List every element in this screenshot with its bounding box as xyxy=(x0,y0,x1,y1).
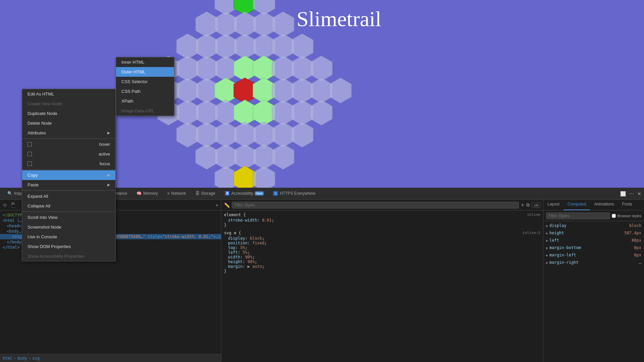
tab-fonts[interactable]: Fonts xyxy=(618,200,636,210)
menu-item-copy[interactable]: Copy ▶ xyxy=(22,170,115,180)
computed-prop-display: ▶ display block xyxy=(546,223,641,228)
styles-rule-svg: svg ⚙ { inline:3 display: block; positio… xyxy=(224,231,540,274)
menu-item-hover[interactable]: hover xyxy=(22,139,115,149)
add-node-icon[interactable]: + xyxy=(216,202,218,208)
submenu-item-inner-html[interactable]: Inner HTML xyxy=(116,57,174,67)
tab-layout[interactable]: Layout xyxy=(543,200,564,210)
computed-prop-margin-left: ▶ margin-left 0px xyxy=(546,253,641,257)
styles-toolbar: ✏️ + ⧉ .cls xyxy=(221,200,543,210)
attributes-arrow-icon: ▶ xyxy=(107,131,110,135)
breadcrumb-html[interactable]: html xyxy=(3,356,12,361)
computed-tabs: Layout Computed Animations Fonts xyxy=(543,200,644,210)
menu-item-create-new-node: Create New Node xyxy=(22,99,115,109)
margin-bottom-expand-icon[interactable]: ▶ xyxy=(546,246,548,250)
computed-prop-left: ▶ left 88px xyxy=(546,238,641,243)
computed-prop-margin-right: ▶ margin-right … xyxy=(546,260,641,265)
computed-prop-margin-bottom: ▶ margin-bottom 0px xyxy=(546,245,641,250)
accessibility-new-badge: New xyxy=(255,191,264,195)
submenu-item-outer-html[interactable]: Outer HTML xyxy=(116,67,174,77)
inspector-icon: 🔍 xyxy=(7,191,12,196)
network-icon: ≡ xyxy=(167,191,170,196)
memory-icon: 🧠 xyxy=(137,191,142,196)
tab-https-everywhere[interactable]: S HTTPS Everywhere xyxy=(268,189,320,198)
menu-item-edit-as-html[interactable]: Edit As HTML xyxy=(22,89,115,99)
tab-accessibility[interactable]: ♿ Accessibility New xyxy=(220,189,268,198)
browser-styles-checkbox[interactable] xyxy=(612,214,616,218)
computed-panel: Layout Computed Animations Fonts Browser… xyxy=(543,200,644,362)
undock-icon[interactable]: ⬜ xyxy=(620,191,626,196)
menu-item-focus[interactable]: focus xyxy=(22,159,115,169)
margin-right-expand-icon[interactable]: ▶ xyxy=(546,261,548,264)
tab-animations[interactable]: Animations xyxy=(590,200,618,210)
browser-styles-label: Browser styles xyxy=(612,214,641,218)
menu-item-delete-node[interactable]: Delete Node xyxy=(22,118,115,128)
styles-rule-element: element { inline stroke-width: 0.01; } xyxy=(224,213,540,227)
left-expand-icon[interactable]: ▶ xyxy=(546,239,548,242)
menu-item-show-dom-properties[interactable]: Show DOM Properties xyxy=(22,242,115,251)
copy-submenu: Inner HTML Outer HTML CSS Selector CSS P… xyxy=(116,57,174,116)
https-everywhere-icon: S xyxy=(273,191,278,196)
context-menu: Edit As HTML Create New Node Duplicate N… xyxy=(22,89,116,261)
submenu-item-css-selector[interactable]: CSS Selector xyxy=(116,77,174,86)
height-expand-icon[interactable]: ▶ xyxy=(546,231,548,235)
menu-item-show-accessibility-properties: Show Accessibility Properties xyxy=(22,251,115,261)
menu-item-use-in-console[interactable]: Use in Console xyxy=(22,232,115,242)
menu-item-expand-all[interactable]: Expand All xyxy=(22,191,115,201)
add-style-icon[interactable]: + xyxy=(521,202,524,208)
margin-left-expand-icon[interactable]: ▶ xyxy=(546,253,548,257)
menu-item-duplicate-node[interactable]: Duplicate Node xyxy=(22,109,115,118)
pencil-icon[interactable]: ✏️ xyxy=(224,202,230,208)
focus-checkbox[interactable] xyxy=(28,162,32,166)
submenu-item-css-path[interactable]: CSS Path xyxy=(116,86,174,96)
accessibility-icon: ♿ xyxy=(225,191,230,196)
more-options-icon[interactable]: ⋯ xyxy=(629,191,634,196)
menu-item-scroll-into-view[interactable]: Scroll Into View xyxy=(22,213,115,222)
computed-toolbar: Browser styles xyxy=(543,210,644,221)
menu-item-attributes[interactable]: Attributes ▶ xyxy=(22,128,115,138)
devtools-right-icons: ⬜ ⋯ ✕ xyxy=(620,191,641,196)
tab-computed[interactable]: Computed xyxy=(564,200,590,210)
display-expand-icon[interactable]: ▶ xyxy=(546,224,548,228)
filter-styles-input[interactable] xyxy=(232,202,519,208)
menu-item-screenshot-node[interactable]: Screenshot Node xyxy=(22,222,115,232)
styles-panel: ✏️ + ⧉ .cls element { inline stroke-widt… xyxy=(221,200,543,362)
hex-grid: // Will generate via inline script below xyxy=(266,7,501,181)
computed-prop-height: ▶ height 587.4px xyxy=(546,231,641,235)
tab-network[interactable]: ≡ Network xyxy=(163,189,191,198)
menu-item-collapse-all[interactable]: Collapse All xyxy=(22,201,115,211)
copy-style-icon[interactable]: ⧉ xyxy=(526,202,530,208)
cls-button[interactable]: .cls xyxy=(532,202,541,208)
dom-breadcrumb: html › body › svg xyxy=(0,354,221,362)
paste-arrow-icon: ▶ xyxy=(107,183,110,187)
styles-content: element { inline stroke-width: 0.01; } s… xyxy=(221,210,543,362)
device-toolbar-icon[interactable]: 📱 xyxy=(10,202,16,208)
menu-item-active[interactable]: active xyxy=(22,149,115,159)
active-checkbox[interactable] xyxy=(28,152,32,156)
separator-1 xyxy=(22,138,115,139)
tab-memory[interactable]: 🧠 Memory xyxy=(132,189,162,198)
close-devtools-icon[interactable]: ✕ xyxy=(637,191,641,196)
computed-content: ▶ display block ▶ height 587.4px ▶ l xyxy=(543,221,644,362)
separator-3 xyxy=(22,190,115,191)
copy-arrow-icon: ▶ xyxy=(107,173,110,177)
submenu-item-image-data-url: Image Data-URL xyxy=(116,106,174,116)
storage-icon: 🗄 xyxy=(196,191,200,196)
separator-4 xyxy=(22,212,115,212)
breadcrumb-body[interactable]: body xyxy=(17,356,27,361)
menu-item-paste[interactable]: Paste ▶ xyxy=(22,180,115,190)
breadcrumb-svg[interactable]: svg xyxy=(32,356,40,361)
element-picker-icon[interactable]: ⊹ xyxy=(3,202,7,208)
separator-2 xyxy=(22,169,115,170)
hover-checkbox[interactable] xyxy=(28,142,32,146)
submenu-item-xpath[interactable]: XPath xyxy=(116,96,174,106)
tab-storage[interactable]: 🗄 Storage xyxy=(191,189,220,198)
filter-computed-input[interactable] xyxy=(546,213,610,219)
